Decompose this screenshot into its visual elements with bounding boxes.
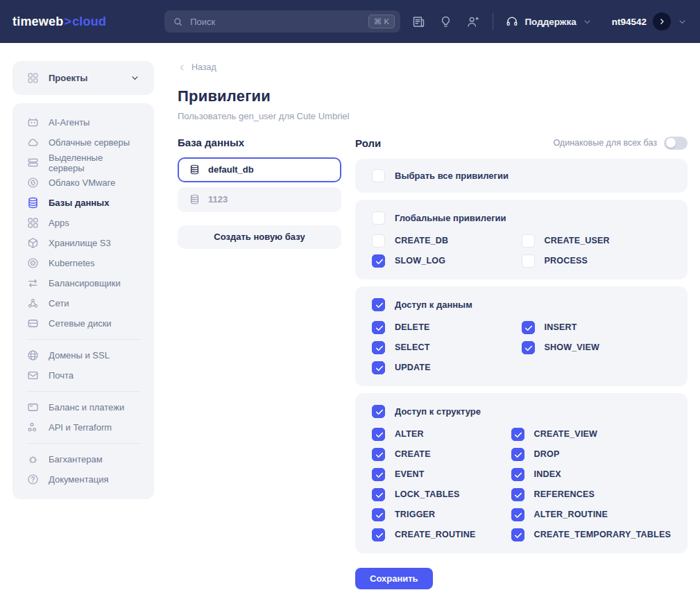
projects-label: Проекты (49, 73, 121, 83)
sidebar-item-load-balancers[interactable]: Балансировщики (12, 273, 154, 293)
checkbox (372, 405, 385, 418)
privilege-label: LOCK_TABLES (395, 489, 460, 499)
sidebar-item-icon (26, 236, 40, 250)
sidebar-item-bug-bounty[interactable]: Багхантерам (12, 449, 154, 469)
sidebar-item-databases[interactable]: Базы данных (12, 193, 154, 213)
privilege-checkbox[interactable]: CREATE_DB (372, 234, 522, 248)
checkbox (511, 488, 524, 501)
sidebar-divider (26, 339, 140, 340)
privilege-grid: CREATE_DB CREATE_USER SLOW_LOG (372, 234, 671, 268)
logo[interactable]: timeweb>cloud (12, 15, 106, 29)
sidebar-item-ai-agents[interactable]: AI-Агенты (12, 112, 154, 132)
checkbox (522, 234, 535, 248)
privilege-checkbox[interactable]: CREATE_ROUTINE (372, 528, 511, 541)
account-menu[interactable]: nt94542 (612, 12, 688, 31)
lightbulb-icon (438, 15, 453, 29)
checkbox (522, 254, 535, 268)
privilege-checkbox[interactable]: ALTER_ROUTINE (511, 508, 671, 521)
logo-separator: > (64, 15, 71, 29)
sidebar-item-kubernetes[interactable]: Kubernetes (12, 253, 154, 273)
sidebar-item-s3-storage[interactable]: Хранилище S3 (12, 233, 154, 253)
privilege-checkbox[interactable]: LOCK_TABLES (372, 488, 511, 501)
sidebar-item-vmware-cloud[interactable]: Облако VMware (12, 173, 154, 193)
ideas-button[interactable] (438, 15, 453, 29)
toggle-switch[interactable] (664, 137, 688, 150)
privilege-label: ALTER_ROUTINE (534, 510, 608, 519)
same-for-all-dbs-toggle[interactable]: Одинаковые для всех баз (553, 137, 688, 150)
checkbox (511, 428, 524, 441)
sidebar-item-dedicated-servers[interactable]: Выделенные серверы (12, 153, 154, 173)
database-list-section: База данных default_db 1123 Соз (178, 137, 341, 589)
sidebar-item-cloud-servers[interactable]: Облачные серверы (12, 132, 154, 153)
privilege-checkbox[interactable]: REFERENCES (511, 488, 671, 501)
create-database-button[interactable]: Создать новую базу (178, 225, 341, 249)
checkbox (522, 341, 535, 354)
privilege-checkbox[interactable]: UPDATE (372, 361, 522, 374)
privilege-checkbox[interactable]: SHOW_VIEW (522, 341, 672, 354)
privilege-checkbox[interactable]: CREATE (372, 448, 511, 461)
sidebar-item-icon (26, 317, 40, 330)
privilege-label: SLOW_LOG (395, 256, 445, 266)
privilege-checkbox[interactable]: CREATE_USER (522, 234, 672, 248)
sidebar-item-icon (26, 277, 40, 290)
sidebar-item-icon (26, 136, 40, 149)
main-content: Назад Привилегии Пользователь gen_user д… (154, 61, 688, 590)
privilege-checkbox[interactable]: CREATE_VIEW (511, 428, 671, 441)
sidebar-item-icon (26, 401, 40, 414)
checkbox (372, 211, 385, 225)
privilege-checkbox[interactable]: TRIGGER (372, 508, 511, 521)
checkbox-label: Выбрать все привилегии (395, 171, 509, 181)
checkbox (511, 508, 524, 521)
sidebar-projects-selector[interactable]: Проекты (12, 61, 154, 95)
sidebar-item-icon (26, 156, 40, 169)
group-title: Глобальные привилегии (395, 213, 506, 223)
checkbox (372, 361, 385, 374)
sidebar-item-label: Облако VMware (49, 177, 115, 188)
privilege-label: DELETE (395, 322, 430, 332)
group-data-access-checkbox[interactable]: Доступ к данным (372, 298, 671, 311)
privilege-checkbox[interactable]: EVENT (372, 468, 511, 481)
privilege-label: TRIGGER (395, 510, 435, 519)
database-item-default-db[interactable]: default_db (178, 157, 341, 182)
sidebar-item-icon (26, 473, 40, 486)
checkbox (372, 528, 385, 541)
back-link[interactable]: Назад (178, 62, 216, 72)
privilege-checkbox[interactable]: INSERT (522, 321, 672, 334)
sidebar-item-network-disks[interactable]: Сетевые диски (12, 313, 154, 333)
sidebar-item-icon (26, 421, 40, 434)
privilege-checkbox[interactable]: SLOW_LOG (372, 254, 522, 268)
privilege-label: PROCESS (545, 256, 588, 266)
invite-user-button[interactable] (466, 15, 480, 29)
sidebar-item-label: Документация (49, 474, 109, 485)
database-item-1123[interactable]: 1123 (178, 187, 341, 212)
privilege-checkbox[interactable]: INDEX (511, 468, 671, 481)
privilege-checkbox[interactable]: SELECT (372, 341, 522, 354)
support-menu[interactable]: Поддержка (505, 15, 592, 28)
privilege-label: CREATE_USER (545, 236, 610, 245)
sidebar-item-networks[interactable]: Сети (12, 293, 154, 313)
privilege-checkbox[interactable]: ALTER (372, 428, 511, 441)
sidebar-item-label: Балансировщики (49, 278, 121, 288)
privilege-checkbox[interactable]: CREATE_TEMPORARY_TABLES (511, 528, 671, 541)
sidebar-item-domains-ssl[interactable]: Домены и SSL (12, 345, 154, 365)
group-structure-access-checkbox[interactable]: Доступ к структуре (372, 405, 671, 418)
group-global-checkbox[interactable]: Глобальные привилегии (372, 211, 671, 225)
privilege-checkbox[interactable]: PROCESS (522, 254, 672, 268)
sidebar-item-docs[interactable]: Документация (12, 469, 154, 489)
database-icon (189, 164, 200, 175)
sidebar-item-icon (26, 349, 40, 362)
search-input[interactable]: Поиск ⌘ K (164, 10, 400, 33)
news-button[interactable] (411, 15, 426, 29)
select-all-privileges-checkbox[interactable]: Выбрать все привилегии (372, 169, 671, 182)
sidebar-item-icon (26, 297, 40, 310)
privilege-grid: ALTER CREATE_VIEW CREATE (372, 428, 671, 541)
save-button[interactable]: Сохранить (355, 568, 433, 589)
sidebar-item-mail[interactable]: Почта (12, 365, 154, 385)
sidebar-item-api-terraform[interactable]: API и Terraform (12, 417, 154, 437)
privilege-checkbox[interactable]: DROP (511, 448, 671, 461)
privilege-checkbox[interactable]: DELETE (372, 321, 522, 334)
checkbox (522, 321, 535, 334)
sidebar-item-apps[interactable]: Apps (12, 213, 154, 233)
sidebar-item-balance-payments[interactable]: Баланс и платежи (12, 397, 154, 417)
checkbox (372, 298, 385, 311)
